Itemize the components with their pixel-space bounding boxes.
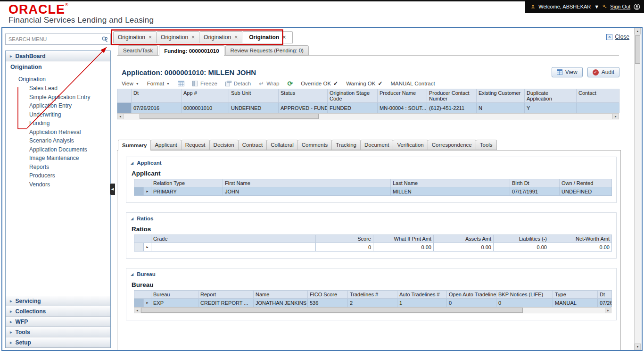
col-dt[interactable]: Dt	[598, 291, 612, 299]
tab-decision[interactable]: Decision	[210, 140, 239, 150]
tab-tools[interactable]: Tools	[476, 140, 497, 150]
col-birth-dt[interactable]: Birth Dt	[510, 179, 560, 187]
bureau-row[interactable]: ▸ EXP CREDIT REPORT ... JONATHAN JENKINS…	[134, 299, 612, 307]
tab-close-icon[interactable]: ×	[149, 35, 152, 40]
cell-producer-contact-number[interactable]: (612)-451-2211	[427, 103, 477, 113]
cell-open-auto-tradelines[interactable]: 0	[447, 299, 496, 307]
cell-first-name[interactable]: JOHN	[223, 187, 391, 196]
row-gutter[interactable]	[134, 243, 144, 251]
bureau-section-header[interactable]: ◢ Bureau	[126, 268, 616, 277]
cell-grade[interactable]	[151, 243, 316, 251]
sidebar-item-funding[interactable]: Funding	[6, 119, 110, 128]
toolbar-table-icon[interactable]	[178, 81, 184, 86]
cell-fico-score[interactable]: 536	[308, 299, 348, 307]
tab-contract[interactable]: Contract	[239, 140, 267, 150]
scroll-right-button[interactable]: ►	[612, 114, 619, 119]
scrollbar-thumb[interactable]	[141, 308, 523, 313]
col-auto-tradelines[interactable]: Auto Tradelines #	[397, 291, 447, 299]
ratios-section-header[interactable]: ◢ Ratios	[126, 213, 616, 221]
toolbar-format-menu[interactable]: Format ▼	[147, 81, 170, 86]
row-gutter[interactable]	[117, 103, 132, 113]
col-origination-stage-code[interactable]: Origination Stage Code	[328, 89, 378, 103]
welcome-caret-icon[interactable]: ▼	[594, 4, 599, 9]
cell-contact[interactable]	[577, 103, 619, 113]
col-report[interactable]: Report	[198, 291, 254, 299]
tab-verification[interactable]: Verification	[393, 140, 428, 150]
ratios-row[interactable]: ▸ 0 0.00 0.00 0.00 0.00	[134, 243, 612, 251]
cell-status[interactable]: APPROVED - FUND...	[279, 103, 328, 113]
col-bkp-notices[interactable]: BKP Notices (LIFE)	[496, 291, 553, 299]
sidebar-collapse-handle[interactable]: ◀	[110, 184, 115, 195]
col-liabilities[interactable]: Liabilities (-)	[494, 235, 549, 243]
bureau-horizontal-scrollbar[interactable]: ◄ ►	[134, 307, 611, 313]
welcome-text[interactable]: Welcome, ABSHEKAR	[538, 4, 591, 9]
col-type[interactable]: Type	[553, 291, 598, 299]
cell-tradelines[interactable]: 2	[348, 299, 397, 307]
sidebar-item-image-maintenance[interactable]: Image Maintenance	[6, 154, 110, 163]
col-bureau[interactable]: Bureau	[151, 291, 198, 299]
tab-correspondence[interactable]: Correspondence	[428, 140, 476, 150]
col-assets-amt[interactable]: Assets Amt	[434, 235, 494, 243]
search-input[interactable]	[6, 36, 101, 42]
tab-review-requests[interactable]: Review Requests (Pending: 0)	[225, 45, 309, 56]
sidebar-item-underwriting[interactable]: Underwriting	[6, 110, 110, 119]
view-button[interactable]: View	[552, 67, 583, 77]
cell-birth-dt[interactable]: 07/17/1991	[510, 187, 560, 196]
col-score[interactable]: Score	[316, 235, 373, 243]
cell-last-name[interactable]: MILLEN	[391, 187, 510, 196]
window-tab-origination-1[interactable]: Origination ×	[113, 31, 157, 43]
cell-score[interactable]: 0	[316, 243, 373, 251]
tab-close-icon[interactable]: ×	[191, 35, 195, 40]
cell-report[interactable]: CREDIT REPORT ...	[198, 299, 254, 307]
sidebar-item-scenario-analysis[interactable]: Scenario Analysis	[6, 136, 110, 145]
toolbar-freeze-button[interactable]: Freeze	[192, 81, 217, 86]
audit-button[interactable]: ✓ Audit	[587, 67, 619, 77]
col-producer-contact-number[interactable]: Producer Contact Number	[427, 89, 477, 103]
sidebar-item-wfp[interactable]: ▸ WFP	[6, 317, 110, 327]
tab-search-task[interactable]: Search/Task	[118, 45, 158, 56]
col-dt[interactable]: Dt	[132, 89, 182, 103]
sidebar-item-servicing[interactable]: ▸ Servicing	[6, 296, 110, 306]
toolbar-detach-button[interactable]: Detach	[225, 81, 251, 86]
tab-close-icon[interactable]: ×	[234, 35, 238, 40]
col-first-name[interactable]: First Name	[223, 179, 391, 187]
col-net-worth-amt[interactable]: Net-Worth Amt	[549, 235, 612, 243]
sidebar-item-application-entry[interactable]: Application Entry	[6, 101, 110, 110]
col-what-if-pmt-amt[interactable]: What If Pmt Amt	[373, 235, 434, 243]
cell-net-worth-amt[interactable]: 0.00	[549, 243, 612, 251]
col-duplicate-application[interactable]: Duplicate Application	[525, 89, 577, 103]
toolbar-view-menu[interactable]: View ▼	[122, 81, 139, 86]
close-button[interactable]: ✕ Close	[606, 34, 629, 40]
tab-collateral[interactable]: Collateral	[267, 140, 298, 150]
sidebar-item-tools[interactable]: ▸ Tools	[6, 327, 110, 337]
tab-funding[interactable]: Funding: 0000001010	[159, 45, 224, 56]
scroll-left-button[interactable]: ◄	[134, 308, 140, 313]
tree-node-origination[interactable]: Origination	[6, 75, 110, 84]
sidebar-item-simple-application-entry[interactable]: Simple Application Entry	[6, 93, 110, 102]
col-last-name[interactable]: Last Name	[391, 179, 510, 187]
row-gutter[interactable]	[134, 187, 144, 196]
applicant-row[interactable]: ▸ PRIMARY JOHN MILLEN 07/17/1991 UNDEFIN…	[134, 187, 612, 196]
cell-bureau[interactable]: EXP	[151, 299, 198, 307]
cell-what-if-pmt-amt[interactable]: 0.00	[373, 243, 434, 251]
scrollbar-thumb[interactable]	[140, 114, 319, 119]
cell-name[interactable]: JONATHAN JENKINS	[254, 299, 308, 307]
applicant-section-header[interactable]: ◢ Applicant	[126, 157, 616, 166]
cell-own-rented[interactable]: UNDEFINED	[560, 187, 612, 196]
col-app-number[interactable]: App #	[182, 89, 229, 103]
window-tab-origination-3[interactable]: Origination ×	[199, 31, 242, 43]
cell-bkp-notices[interactable]: 0	[496, 299, 553, 307]
col-open-auto-tradelines[interactable]: Open Auto Tradelines #	[447, 291, 496, 299]
cell-assets-amt[interactable]: 0.00	[434, 243, 494, 251]
sidebar-item-producers[interactable]: Producers	[6, 171, 110, 180]
scroll-up-button[interactable]: ▲	[635, 28, 641, 34]
tab-close-icon[interactable]: ×	[282, 35, 286, 40]
tab-document[interactable]: Document	[361, 140, 393, 150]
col-relation-type[interactable]: Relation Type	[151, 179, 223, 187]
sidebar-item-setup[interactable]: ▸ Setup	[6, 337, 110, 348]
sign-out-link[interactable]: Sign Out	[610, 4, 630, 9]
sidebar-item-application-retrieval[interactable]: Application Retrieval	[6, 128, 110, 137]
cell-type[interactable]: MANUAL	[553, 299, 598, 307]
window-tab-origination-2[interactable]: Origination ×	[157, 31, 199, 43]
application-row[interactable]: 07/26/2016 0000001010 UNDEFINED APPROVED…	[117, 103, 619, 113]
